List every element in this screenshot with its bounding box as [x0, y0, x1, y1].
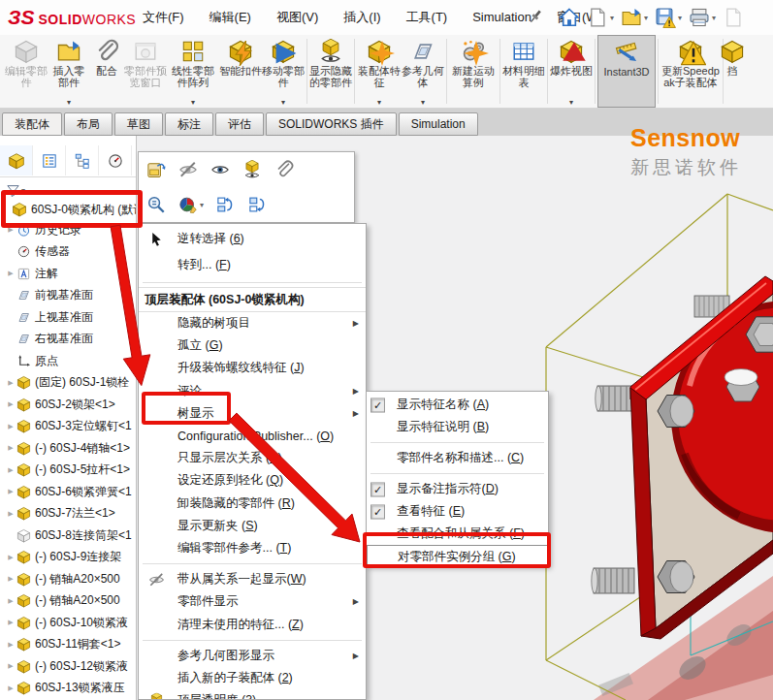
- dimxpert-manager-tab[interactable]: [99, 145, 132, 175]
- tree-item-6[interactable]: 原点: [0, 350, 137, 372]
- smart-fasteners-button[interactable]: 智能扣件: [219, 35, 262, 108]
- mate-paperclip-button[interactable]: [274, 160, 294, 179]
- dropdown-caret-icon[interactable]: ▾: [200, 201, 204, 209]
- print-button[interactable]: ▾: [687, 5, 718, 30]
- tree-item-19[interactable]: ▶60SJ-11铜套<1>: [0, 634, 137, 656]
- expand-arrow-icon[interactable]: ▶: [5, 444, 16, 452]
- tree-item-20[interactable]: ▶(-) 60SJ-12锁紧液: [0, 655, 137, 678]
- submenu-item-3[interactable]: 零部件名称和描述... (C): [367, 447, 548, 469]
- dropdown-caret-icon[interactable]: ▾: [421, 98, 425, 107]
- tree-item-12[interactable]: ▶60SJ-6锁紧弹簧<1: [0, 481, 137, 503]
- configuration-manager-tab[interactable]: [66, 145, 99, 175]
- menubar-item-0[interactable]: 文件(F): [130, 0, 197, 35]
- linear-component-pattern-button[interactable]: 线性零部件阵列▾: [167, 35, 219, 108]
- change-transparency-button[interactable]: [242, 160, 262, 179]
- submenu-item-1[interactable]: 显示特征说明 (B): [367, 416, 548, 438]
- submenu-item-7[interactable]: 查看配合和从属关系 (F): [367, 523, 548, 545]
- dropdown-caret-icon[interactable]: ▾: [644, 14, 648, 22]
- dropdown-caret-icon[interactable]: ▾: [678, 14, 682, 22]
- move-component-button[interactable]: 移动零部件▾: [262, 35, 305, 108]
- tab-4[interactable]: 评估: [215, 112, 264, 136]
- exploded-view-button[interactable]: 爆炸视图▾: [550, 35, 593, 108]
- tree-item-11[interactable]: ▶(-) 60SJ-5拉杆<1>: [0, 460, 137, 482]
- tree-item-18[interactable]: ▶(-) 60SJ-10锁紧液: [0, 612, 137, 634]
- menu-item-12[interactable]: 卸装隐藏的零部件 (R): [139, 493, 366, 515]
- show-component-button[interactable]: [210, 160, 230, 179]
- expand-arrow-icon[interactable]: ▶: [5, 641, 16, 649]
- save-document-warning-button[interactable]: ▾: [653, 5, 684, 30]
- dropdown-caret-icon[interactable]: ▾: [569, 98, 573, 107]
- menu-item-7[interactable]: 评论▶: [139, 380, 366, 402]
- mate-button[interactable]: 配合: [89, 35, 124, 108]
- tree-item-9[interactable]: ▶60SJ-3定位螺钉<1: [0, 416, 137, 438]
- new-motion-study-button[interactable]: 新建运动算例: [449, 35, 498, 108]
- expand-arrow-icon[interactable]: ▶: [5, 270, 16, 277]
- tree-item-10[interactable]: ▶(-) 60SJ-4销轴<1>: [0, 437, 137, 460]
- menubar-item-4[interactable]: 工具(T): [394, 0, 461, 35]
- menubar-item-3[interactable]: 插入(I): [331, 0, 393, 35]
- submenu-item-0[interactable]: ✓显示特征名称 (A): [367, 394, 548, 416]
- pushpin-icon[interactable]: [527, 8, 544, 25]
- new-document-button[interactable]: ▾: [585, 5, 616, 30]
- dropdown-caret-icon[interactable]: ▾: [377, 98, 381, 107]
- menu-item-18[interactable]: 清理未使用的特征... (Z): [139, 613, 366, 635]
- tab-0[interactable]: 装配体: [2, 112, 62, 136]
- hide-component-button[interactable]: [178, 160, 198, 179]
- insert-component-button[interactable]: 插入零部件▾: [48, 35, 89, 108]
- tab-2[interactable]: 草图: [114, 112, 163, 136]
- tree-item-1[interactable]: 传感器: [0, 241, 137, 264]
- dropdown-caret-icon[interactable]: ▾: [712, 14, 716, 22]
- tree-item-21[interactable]: ▶60SJ-13锁紧液压: [0, 678, 137, 700]
- dropdown-caret-icon[interactable]: ▾: [281, 98, 285, 107]
- assembly-features-button[interactable]: 装配体特征▾: [357, 35, 402, 108]
- expand-arrow-icon[interactable]: ▶: [5, 554, 16, 561]
- expand-arrow-icon[interactable]: ▶: [5, 510, 16, 518]
- open-document-button[interactable]: ▾: [619, 5, 650, 30]
- tree-item-14[interactable]: 60SJ-8连接筒架<1: [0, 525, 137, 547]
- menu-item-20[interactable]: 参考几何图形显示▶: [139, 645, 366, 667]
- show-hidden-components-button[interactable]: 显示隐藏的零部件: [309, 35, 352, 108]
- expand-arrow-icon[interactable]: ▶: [5, 575, 16, 583]
- edit-in-context-button[interactable]: [146, 160, 166, 179]
- tree-root-item[interactable]: 60SJ-0锁紧机构 (默认) <显示状态: [0, 199, 136, 220]
- zoom-to-selection-button[interactable]: [146, 195, 166, 214]
- instant3d-button[interactable]: Instant3D: [597, 35, 656, 108]
- tree-item-7[interactable]: ▶(固定) 60SJ-1锁栓: [0, 372, 137, 395]
- expand-arrow-icon[interactable]: ▶: [5, 597, 16, 605]
- dropdown-caret-icon[interactable]: ▾: [191, 98, 195, 107]
- tree-item-16[interactable]: ▶(-) 销轴A20×500: [0, 568, 137, 590]
- menu-item-1[interactable]: 转到... (F): [139, 252, 366, 278]
- menu-item-14[interactable]: 编辑零部件参考... (T): [139, 537, 366, 559]
- tree-item-15[interactable]: ▶(-) 60SJ-9连接架: [0, 547, 137, 569]
- bill-of-materials-button[interactable]: 材料明细表: [502, 35, 545, 108]
- tree-item-3[interactable]: 前视基准面: [0, 285, 137, 307]
- menu-item-13[interactable]: 显示更新夹 (S): [139, 515, 366, 537]
- tab-5[interactable]: SOLIDWORKS 插件: [266, 112, 397, 136]
- tree-item-8[interactable]: ▶60SJ-2锁架<1>: [0, 394, 137, 416]
- tree-item-4[interactable]: 上视基准面: [0, 306, 137, 329]
- menu-item-4[interactable]: 隐藏的树项目▶: [139, 312, 366, 334]
- display-state-button[interactable]: [216, 195, 236, 214]
- menu-item-9[interactable]: Configuration Publisher... (O): [139, 425, 366, 447]
- expand-arrow-icon[interactable]: ▶: [5, 423, 16, 430]
- reference-geometry-button[interactable]: 参考几何体▾: [402, 35, 444, 108]
- menu-item-10[interactable]: 只显示层次关系 (P): [139, 447, 366, 469]
- partial-toolbar-icon-button[interactable]: [721, 5, 746, 30]
- menu-item-22[interactable]: 顶层透明度 (3): [139, 689, 366, 700]
- property-manager-tab[interactable]: [33, 145, 66, 175]
- update-speedpak-subassembly-button[interactable]: 更新Speedpak子装配体: [660, 35, 721, 108]
- menu-item-8[interactable]: 树显示▶: [139, 402, 366, 425]
- expand-arrow-icon[interactable]: ▶: [5, 619, 16, 626]
- tree-item-2[interactable]: ▶注解: [0, 263, 137, 285]
- assembly-manager-tab[interactable]: [0, 145, 33, 175]
- menubar-item-2[interactable]: 视图(V): [264, 0, 331, 35]
- expand-arrow-icon[interactable]: ▶: [5, 684, 16, 692]
- menu-item-5[interactable]: 孤立 (G): [139, 334, 366, 357]
- assembly-model[interactable]: [592, 276, 773, 639]
- submenu-item-8[interactable]: 对零部件实例分组 (G): [367, 545, 548, 566]
- configuration-switch-button[interactable]: [248, 195, 268, 214]
- tab-6[interactable]: Simulation: [399, 112, 478, 136]
- menu-item-0[interactable]: 逆转选择 (6): [139, 226, 366, 252]
- clipped-button-button[interactable]: 挡: [725, 35, 739, 108]
- menu-item-21[interactable]: 插入新的子装配体 (2): [139, 667, 366, 689]
